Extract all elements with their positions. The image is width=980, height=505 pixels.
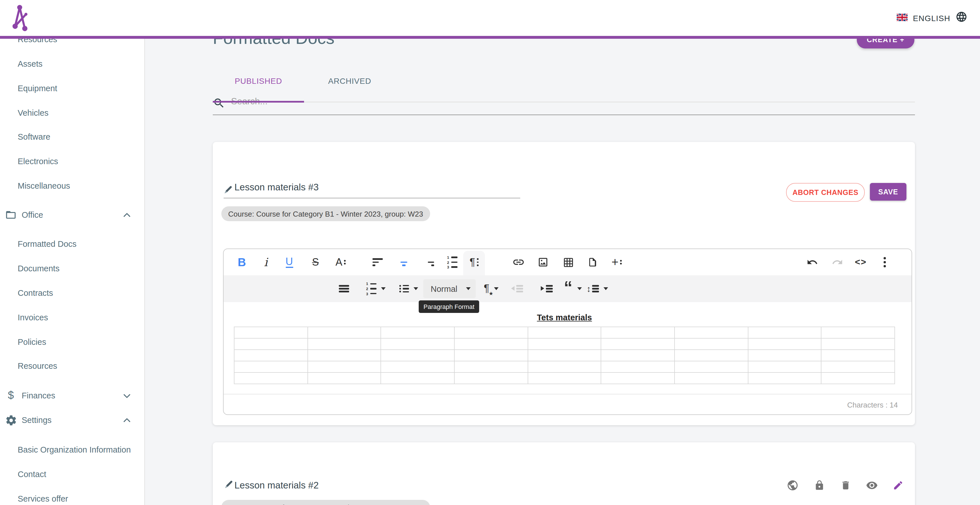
editor-content-area[interactable]: Tets materials (224, 302, 912, 394)
insert-image-icon[interactable] (533, 249, 553, 275)
sidebar-item-equipment[interactable]: Equipment (0, 80, 144, 97)
app-root: Resources Assets Equipment Vehicles Soft… (0, 0, 980, 505)
publish-globe-icon[interactable] (783, 475, 802, 495)
undo-icon[interactable] (802, 249, 822, 275)
edit-pencil-icon[interactable] (888, 475, 908, 495)
pen-icon (224, 185, 233, 197)
tab-archived[interactable]: ARCHIVED (304, 68, 395, 94)
sidebar-item-contracts[interactable]: Contracts (0, 284, 144, 302)
sidebar-item-documents[interactable]: Documents (0, 260, 144, 277)
redo-icon[interactable] (827, 249, 848, 275)
sidebar-item-software[interactable]: Software (0, 128, 144, 145)
bullet-list-dropdown-icon[interactable] (394, 275, 423, 302)
editor-toolbar-row-2: 1 2 3 Normal (224, 275, 912, 302)
editor-toolbar-row-1: B i U S A 1 (224, 249, 912, 275)
sidebar-item-miscellaneous[interactable]: Miscellaneous (0, 177, 144, 194)
editor-footer: Characters : 14 (224, 394, 912, 415)
delete-trash-icon[interactable] (836, 475, 855, 495)
rich-text-editor: B i U S A 1 (223, 249, 912, 415)
doc-title-underline (224, 198, 520, 199)
preview-eye-icon[interactable] (862, 475, 881, 495)
app-header: ENGLISH (0, 0, 980, 39)
globe-icon (956, 11, 967, 25)
link-icon[interactable] (508, 249, 529, 275)
italic-icon[interactable]: i (256, 249, 276, 275)
toolbar-more-icon[interactable] (875, 249, 895, 275)
formatted-doc-card-2: Lesson materials #2 Course: Course for C… (213, 442, 915, 505)
active-tab-indicator (213, 101, 304, 103)
align-right-icon[interactable] (419, 249, 439, 275)
language-selector[interactable]: ENGLISH (897, 0, 967, 36)
paragraph-format-dropdown[interactable]: Normal (423, 279, 476, 298)
justify-icon[interactable] (334, 275, 354, 302)
sidebar-item-policies[interactable]: Policies (0, 333, 144, 351)
sidebar-item-basic-organization-information[interactable]: Basic Organization Information (0, 441, 144, 458)
insert-more-icon[interactable]: + (606, 249, 627, 275)
save-button[interactable]: SAVE (870, 183, 907, 201)
align-left-icon[interactable] (368, 249, 388, 275)
course-chip: Course: Course for Category B1 - Winter … (221, 206, 430, 221)
chevron-up-icon (122, 415, 132, 425)
sidebar-item-resources-2[interactable]: Resources (0, 357, 144, 375)
line-height-icon[interactable]: ↕ (582, 275, 612, 302)
doc-title-2: Lesson materials #2 (234, 480, 318, 491)
sidebar-group-settings[interactable]: Settings (0, 411, 144, 429)
bold-icon[interactable]: B (232, 249, 252, 275)
pen-icon (224, 480, 233, 491)
paragraph-format-tooltip: Paragraph Format (419, 300, 479, 313)
numbered-list-icon[interactable]: 1 2 3 (442, 249, 463, 275)
main-content: Formatted Docs CREATE + PUBLISHED ARCHIV… (145, 0, 980, 505)
sidebar-item-formatted-docs[interactable]: Formatted Docs (0, 235, 144, 252)
sidebar-item-assets[interactable]: Assets (0, 55, 144, 72)
sidebar-item-invoices[interactable]: Invoices (0, 309, 144, 326)
app-logo-icon[interactable] (13, 5, 29, 33)
sidebar-item-contact[interactable]: Contact (0, 466, 144, 483)
search-underline (213, 114, 915, 115)
course-chip: Course: Course for Category B1 - Winter … (221, 500, 430, 505)
character-counter: Characters : 14 (847, 400, 898, 409)
chevron-down-icon (122, 391, 132, 400)
uk-flag-icon (897, 13, 908, 23)
insert-document-icon[interactable] (582, 249, 603, 275)
sidebar-group-office[interactable]: Office (0, 206, 144, 224)
blockquote-icon[interactable]: “ (560, 275, 585, 302)
tab-published[interactable]: PUBLISHED (213, 68, 304, 94)
gear-icon (5, 414, 17, 426)
sidebar-item-vehicles[interactable]: Vehicles (0, 104, 144, 121)
abort-changes-button[interactable]: ABORT CHANGES (786, 183, 865, 202)
search-icon (213, 97, 225, 112)
editor-table[interactable] (234, 327, 895, 384)
indent-icon[interactable] (537, 275, 556, 302)
code-view-icon[interactable]: <> (851, 249, 871, 275)
language-label: ENGLISH (913, 13, 950, 22)
search-field (213, 94, 915, 115)
paragraph-style-icon[interactable]: ¶★ (477, 275, 505, 302)
sidebar-item-electronics[interactable]: Electronics (0, 153, 144, 170)
dollar-icon: $ (5, 389, 17, 402)
folder-icon (5, 209, 17, 221)
chevron-up-icon (122, 210, 132, 220)
strikethrough-icon[interactable]: S (305, 249, 326, 275)
underline-icon[interactable]: U (279, 249, 299, 275)
lock-icon[interactable] (810, 475, 829, 495)
insert-table-icon[interactable] (558, 249, 578, 275)
doc-title-input[interactable]: Lesson materials #3 (234, 182, 318, 193)
paragraph-format-icon[interactable]: ¶ (464, 249, 484, 275)
sidebar-item-services-offer[interactable]: Services offer (0, 490, 144, 505)
formatted-doc-card-1: Lesson materials #3 ABORT CHANGES SAVE C… (213, 142, 915, 425)
align-center-icon[interactable] (394, 249, 414, 275)
numbered-list-dropdown-icon[interactable]: 1 2 3 (360, 275, 393, 302)
font-style-icon[interactable]: A (330, 249, 351, 275)
sidebar: Resources Assets Equipment Vehicles Soft… (0, 0, 145, 505)
sidebar-group-finances[interactable]: $ Finances (0, 387, 144, 404)
outdent-icon[interactable] (507, 275, 527, 302)
editor-doc-heading: Tets materials (234, 312, 895, 323)
search-input[interactable] (230, 96, 905, 107)
